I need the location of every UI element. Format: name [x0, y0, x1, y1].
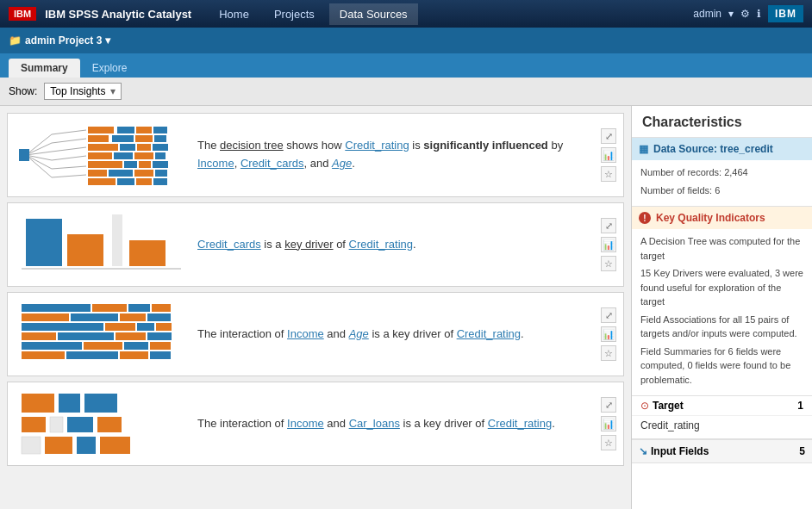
svg-rect-60	[137, 323, 154, 331]
nav-links: Home Projects Data Sources	[209, 3, 693, 25]
kqi-item-2: 15 Key Drivers were evaluated, 3 were fo…	[640, 266, 803, 309]
tab-summary[interactable]: Summary	[9, 59, 80, 78]
svg-rect-21	[112, 135, 134, 142]
data-source-header[interactable]: ▦ Data Source: tree_credit	[632, 138, 812, 160]
sub-nav: 📁 admin Project 3 ▾	[0, 28, 812, 53]
expand-btn-3[interactable]: ⤢	[601, 307, 616, 323]
settings-icon[interactable]: ⚙	[740, 8, 750, 20]
expand-btn-1[interactable]: ⤢	[601, 128, 616, 144]
folder-icon: 📁	[9, 34, 22, 47]
card-text-2: Credit_cards is a key driver of Credit_r…	[197, 236, 594, 254]
svg-rect-50	[22, 342, 82, 350]
card-text-4: The interaction of Income and Car_loans …	[197, 415, 594, 433]
data-source-content: Number of records: 2,464 Number of field…	[632, 160, 812, 206]
user-dropdown-icon[interactable]: ▾	[728, 8, 734, 20]
svg-rect-33	[136, 178, 152, 185]
svg-rect-63	[120, 351, 148, 359]
card-visual-1	[15, 121, 187, 189]
help-icon[interactable]: ℹ	[757, 8, 761, 20]
credit-rating-link-2[interactable]: Credit_rating	[349, 238, 413, 251]
svg-rect-25	[109, 170, 133, 177]
income-link-3[interactable]: Income	[287, 327, 324, 340]
credit-rating-link-3[interactable]: Credit_rating	[457, 327, 521, 340]
svg-rect-16	[88, 152, 112, 159]
kqi-item-3: Field Associations for all 15 pairs of t…	[640, 313, 803, 341]
income-link-1[interactable]: Income	[197, 157, 234, 170]
svg-rect-73	[22, 417, 46, 432]
kqi-label: Key Quality Indicators	[656, 212, 765, 224]
star-btn-4[interactable]: ☆	[601, 435, 616, 450]
svg-rect-22	[120, 144, 135, 151]
nav-projects[interactable]: Projects	[264, 3, 325, 25]
svg-rect-69	[150, 351, 171, 359]
age-link-3[interactable]: Age	[349, 327, 369, 340]
chart-btn-2[interactable]: 📊	[601, 237, 616, 252]
svg-rect-72	[84, 394, 117, 413]
svg-rect-53	[71, 313, 118, 321]
data-source-icon: ▦	[639, 143, 648, 155]
kqi-header[interactable]: ! Key Quality Indicators	[632, 207, 812, 229]
characteristics-sidebar: Characteristics ▦ Data Source: tree_cred…	[631, 106, 812, 509]
svg-rect-51	[22, 351, 65, 359]
credit-cards-link-2[interactable]: Credit_cards	[197, 238, 261, 251]
svg-rect-39	[155, 170, 167, 177]
chart-btn-1[interactable]: 📊	[601, 147, 616, 163]
expand-btn-2[interactable]: ⤢	[601, 218, 616, 233]
chart-btn-3[interactable]: 📊	[601, 326, 616, 342]
target-header-row[interactable]: ⊙ Target 1	[632, 396, 812, 416]
svg-rect-32	[134, 170, 153, 177]
kqi-section: ! Key Quality Indicators A Decision Tree…	[632, 207, 812, 396]
hbar-visual	[17, 300, 185, 369]
svg-rect-66	[156, 323, 172, 331]
svg-rect-70	[22, 394, 54, 413]
svg-rect-34	[153, 127, 167, 133]
card-visual-4	[15, 389, 187, 458]
card-actions-1: ⤢ 📊 ☆	[601, 128, 616, 182]
svg-line-5	[26, 155, 52, 177]
car-loans-link-4[interactable]: Car_loans	[349, 417, 400, 430]
user-label: admin	[693, 8, 721, 20]
input-fields-section: ↘ Input Fields 5	[632, 439, 812, 463]
credit-rating-link-4[interactable]: Credit_rating	[488, 417, 552, 430]
svg-rect-74	[50, 417, 63, 432]
fields-count: Number of fields: 6	[640, 183, 803, 198]
input-fields-header[interactable]: ↘ Input Fields 5	[632, 439, 812, 462]
svg-rect-71	[59, 394, 80, 413]
nav-home[interactable]: Home	[209, 3, 259, 25]
svg-rect-27	[136, 127, 152, 133]
svg-rect-65	[147, 313, 171, 321]
insight-card-2: Credit_cards is a key driver of Credit_r…	[7, 202, 624, 287]
star-btn-3[interactable]: ☆	[601, 345, 616, 361]
tab-explore[interactable]: Explore	[80, 59, 140, 78]
card-actions-4: ⤢ 📊 ☆	[601, 397, 616, 450]
nav-data-sources[interactable]: Data Sources	[329, 3, 418, 25]
card-visual-3	[15, 300, 187, 369]
ibm-logo: IBM	[9, 7, 36, 21]
card-visual-2	[15, 210, 187, 279]
project-title[interactable]: 📁 admin Project 3 ▾	[9, 34, 110, 47]
star-btn-2[interactable]: ☆	[601, 256, 616, 271]
data-source-section: ▦ Data Source: tree_credit Number of rec…	[632, 138, 812, 207]
svg-rect-76	[97, 417, 122, 432]
chart-btn-4[interactable]: 📊	[601, 416, 616, 431]
star-btn-1[interactable]: ☆	[601, 166, 616, 182]
credit-rating-link-1[interactable]: Credit_rating	[345, 139, 409, 152]
show-bar: Show: Top Insights ▾	[0, 78, 812, 106]
svg-rect-26	[117, 178, 134, 185]
svg-rect-47	[22, 313, 69, 321]
project-dropdown-icon: ▾	[105, 34, 110, 47]
svg-rect-57	[66, 351, 118, 359]
svg-rect-44	[129, 240, 166, 266]
svg-rect-61	[116, 332, 146, 340]
credit-cards-link-1[interactable]: Credit_cards	[240, 157, 304, 170]
income-link-4[interactable]: Income	[287, 417, 324, 430]
svg-rect-31	[139, 161, 151, 168]
project-name: admin Project 3	[25, 34, 102, 47]
records-count: Number of records: 2,464	[640, 165, 803, 180]
svg-rect-56	[84, 342, 122, 350]
age-link-1[interactable]: Age	[332, 157, 352, 170]
kqi-content: A Decision Tree was computed for the tar…	[632, 229, 812, 395]
show-select[interactable]: Top Insights ▾	[44, 83, 122, 100]
expand-btn-4[interactable]: ⤢	[601, 397, 616, 413]
target-value: Credit_rating	[632, 416, 812, 438]
